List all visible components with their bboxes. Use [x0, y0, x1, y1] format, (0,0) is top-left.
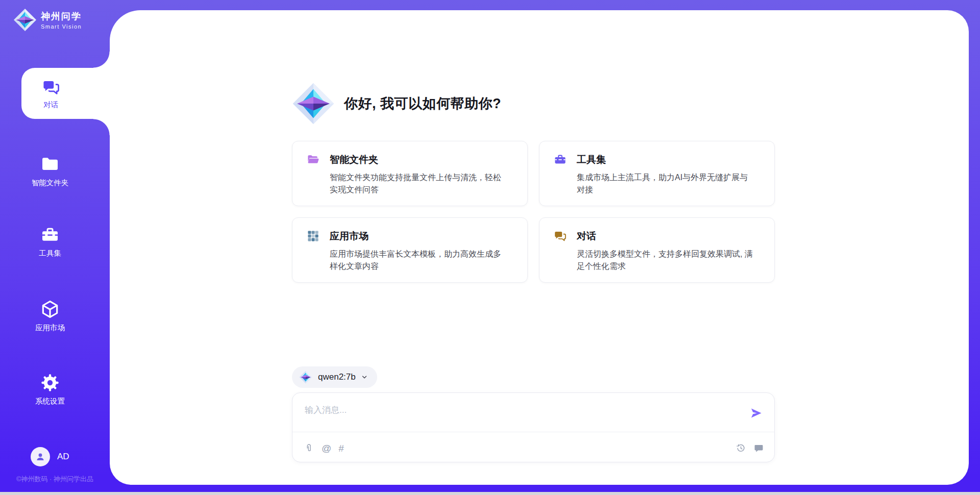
- folder-open-icon: [306, 153, 320, 166]
- active-tab-curve-top: [93, 52, 110, 68]
- chat-bubbles-icon: [41, 78, 61, 97]
- card-title: 智能文件夹: [330, 153, 378, 166]
- sidebar-item-chat[interactable]: 对话: [21, 68, 110, 119]
- greeting-gem-icon: [292, 82, 335, 125]
- user-profile[interactable]: AD: [31, 447, 69, 466]
- sidebar-item-label: 工具集: [39, 249, 61, 258]
- main-panel: 你好, 我可以如何帮助你? 智能文件夹 智能文件夹功能支持批量文件上传与清洗，轻…: [110, 10, 969, 485]
- avatar: [31, 447, 50, 466]
- sidebar-item-settings[interactable]: 系统设置: [0, 373, 100, 406]
- card-chat[interactable]: 对话 灵活切换多模型文件，支持多样回复效果调试, 满足个性化需求: [539, 217, 775, 283]
- active-tab-curve-bottom: [93, 119, 110, 135]
- sidebar-item-label: 应用市场: [35, 323, 65, 333]
- brand-subtitle: Smart Vision: [41, 23, 82, 30]
- brand-logo: 神州问学 Smart Vision: [13, 8, 82, 32]
- message-input[interactable]: [305, 400, 744, 420]
- card-title: 工具集: [577, 153, 606, 166]
- composer-divider: [292, 432, 774, 432]
- card-title: 对话: [577, 230, 596, 243]
- card-smart-folder[interactable]: 智能文件夹 智能文件夹功能支持批量文件上传与清洗，轻松实现文件问答: [292, 141, 528, 206]
- sidebar: 神州问学 Smart Vision 对话 智能文件夹 工具集: [0, 0, 110, 492]
- sidebar-item-toolset[interactable]: 工具集: [0, 225, 100, 258]
- cube-icon: [40, 299, 60, 319]
- card-description: 智能文件夹功能支持批量文件上传与清洗，轻松实现文件问答: [330, 171, 513, 196]
- message-composer: @ #: [292, 392, 775, 462]
- sidebar-item-app-market[interactable]: 应用市场: [0, 299, 100, 333]
- sidebar-item-label: 系统设置: [35, 397, 65, 406]
- brand-gem-icon: [13, 8, 37, 32]
- greeting-title: 你好, 我可以如何帮助你?: [344, 94, 501, 113]
- bottom-edge-strip: [0, 492, 980, 495]
- sidebar-item-smart-folder[interactable]: 智能文件夹: [0, 154, 100, 188]
- sidebar-item-label: 对话: [43, 100, 58, 110]
- brand-name: 神州问学: [41, 10, 82, 22]
- card-app-market[interactable]: 应用市场 应用市场提供丰富长文本模板，助力高效生成多样化文章内容: [292, 217, 528, 283]
- chat-bubbles-icon: [553, 229, 567, 243]
- model-name: qwen2:7b: [318, 372, 356, 382]
- card-description: 集成市场上主流工具，助力AI与外界无缝扩展与对接: [577, 171, 760, 196]
- greeting: 你好, 我可以如何帮助你?: [292, 82, 501, 125]
- attachment-icon[interactable]: [304, 443, 314, 454]
- person-icon: [34, 451, 46, 463]
- toolbox-icon: [553, 153, 567, 166]
- gear-icon: [40, 373, 60, 393]
- user-name: AD: [57, 452, 69, 462]
- sidebar-footer-text: ©神州数码 · 神州问学出品: [0, 475, 110, 484]
- model-gem-icon: [299, 370, 312, 384]
- send-icon[interactable]: [749, 406, 763, 420]
- folder-icon: [40, 154, 60, 175]
- card-title: 应用市场: [330, 230, 369, 243]
- history-icon[interactable]: [736, 443, 746, 454]
- grid-icon: [306, 229, 320, 243]
- feedback-bubble-icon[interactable]: [753, 443, 764, 454]
- feature-cards: 智能文件夹 智能文件夹功能支持批量文件上传与清洗，轻松实现文件问答 工具集 集成…: [292, 141, 775, 283]
- model-selector[interactable]: qwen2:7b: [292, 366, 377, 388]
- sidebar-item-label: 智能文件夹: [32, 178, 69, 188]
- hashtag-icon[interactable]: #: [338, 443, 344, 454]
- card-description: 应用市场提供丰富长文本模板，助力高效生成多样化文章内容: [330, 248, 513, 273]
- mention-icon[interactable]: @: [322, 443, 331, 454]
- card-toolset[interactable]: 工具集 集成市场上主流工具，助力AI与外界无缝扩展与对接: [539, 141, 775, 206]
- card-description: 灵活切换多模型文件，支持多样回复效果调试, 满足个性化需求: [577, 248, 760, 273]
- chevron-down-icon: [361, 374, 368, 381]
- toolbox-icon: [40, 225, 60, 245]
